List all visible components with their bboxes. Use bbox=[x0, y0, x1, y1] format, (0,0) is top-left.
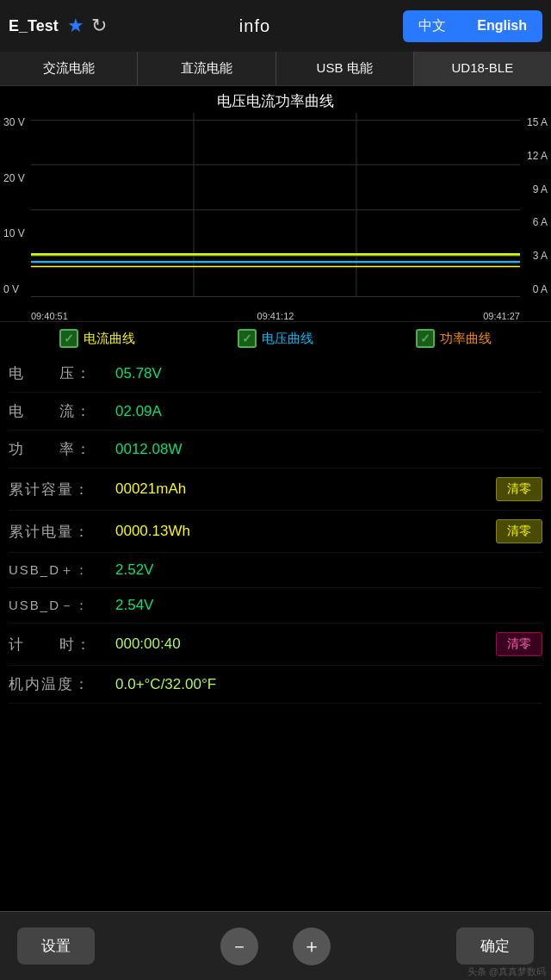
y-right-label-0: 0 A bbox=[523, 283, 548, 295]
power-row: 功 率： 0012.08W bbox=[9, 431, 542, 468]
voltage-row: 电 压： 05.78V bbox=[9, 355, 542, 393]
temperature-value: 0.0+°C/32.00°F bbox=[115, 676, 216, 693]
energy-value: 0000.13Wh bbox=[115, 523, 190, 540]
capacity-row: 累计容量： 00021mAh 清零 bbox=[9, 468, 542, 511]
capacity-value: 00021mAh bbox=[115, 481, 186, 498]
chart-title: 电压电流功率曲线 bbox=[0, 86, 551, 113]
tab-usb-power[interactable]: USB 电能 bbox=[276, 52, 414, 85]
timer-row: 计 时： 000:00:40 清零 bbox=[9, 623, 542, 666]
settings-button[interactable]: 设置 bbox=[17, 927, 95, 964]
current-row: 电 流： 02.09A bbox=[9, 393, 542, 431]
legend-voltage[interactable]: ✓ 电压曲线 bbox=[238, 329, 313, 348]
y-axis-right: 15 A 12 A 9 A 6 A 3 A 0 A bbox=[520, 113, 551, 311]
timer-label: 计 时： bbox=[9, 635, 112, 654]
bluetooth-icon: ★ bbox=[67, 15, 84, 37]
y-axis-left: 30 V 20 V 10 V 0 V bbox=[0, 113, 31, 311]
power-label: 功 率： bbox=[9, 439, 112, 459]
chart-svg bbox=[31, 113, 520, 311]
legend-power[interactable]: ✓ 功率曲线 bbox=[416, 329, 492, 348]
energy-row: 累计电量： 0000.13Wh 清零 bbox=[9, 511, 542, 553]
current-label: 电 流： bbox=[9, 401, 112, 421]
tab-bar: 交流电能 直流电能 USB 电能 UD18-BLE bbox=[0, 52, 551, 86]
y-right-label-9: 9 A bbox=[523, 183, 548, 195]
chart-area bbox=[31, 113, 520, 311]
header-icons: ★ ↻ bbox=[67, 15, 107, 37]
y-left-label-0: 0 V bbox=[3, 283, 28, 295]
watermark: 头条 @真真梦数码 bbox=[462, 964, 551, 980]
chart-container: 30 V 20 V 10 V 0 V 15 A 12 A bbox=[0, 113, 551, 311]
info-button[interactable]: info bbox=[107, 16, 404, 36]
voltage-label: 电 压： bbox=[9, 363, 112, 383]
legend-current[interactable]: ✓ 电流曲线 bbox=[59, 329, 135, 348]
usbd-plus-label: USB_D＋： bbox=[9, 562, 112, 579]
y-right-label-6: 6 A bbox=[523, 216, 548, 228]
plus-button[interactable]: ＋ bbox=[293, 927, 331, 965]
tab-dc-power[interactable]: 直流电能 bbox=[138, 52, 276, 85]
language-switcher: 中文 English bbox=[403, 10, 542, 42]
y-left-label-10: 10 V bbox=[3, 227, 28, 239]
timer-value: 000:00:40 bbox=[115, 636, 181, 653]
usbd-minus-label: USB_D－： bbox=[9, 598, 112, 614]
current-value: 02.09A bbox=[115, 403, 162, 420]
energy-label: 累计电量： bbox=[9, 522, 112, 542]
app-title: E_Test bbox=[9, 17, 59, 35]
legend-power-label: 功率曲线 bbox=[440, 331, 492, 347]
legend-voltage-check[interactable]: ✓ bbox=[238, 329, 257, 348]
voltage-value: 05.78V bbox=[115, 365, 162, 382]
capacity-clear-button[interactable]: 清零 bbox=[496, 477, 542, 501]
usbd-minus-value: 2.54V bbox=[115, 597, 153, 614]
x-label-3: 09:41:27 bbox=[483, 311, 520, 321]
legend-power-check[interactable]: ✓ bbox=[416, 329, 435, 348]
lang-en-button[interactable]: English bbox=[461, 10, 542, 42]
legend-current-check[interactable]: ✓ bbox=[59, 329, 78, 348]
x-label-2: 09:41:12 bbox=[257, 311, 294, 321]
y-left-label-20: 20 V bbox=[3, 172, 28, 184]
lang-zh-button[interactable]: 中文 bbox=[403, 10, 461, 42]
y-left-label-30: 30 V bbox=[3, 116, 28, 128]
capacity-label: 累计容量： bbox=[9, 480, 112, 499]
y-right-label-15: 15 A bbox=[523, 116, 548, 128]
chart-legend: ✓ 电流曲线 ✓ 电压曲线 ✓ 功率曲线 bbox=[0, 321, 551, 355]
temperature-label: 机内温度： bbox=[9, 674, 112, 694]
legend-current-label: 电流曲线 bbox=[84, 331, 135, 347]
power-value: 0012.08W bbox=[115, 441, 183, 458]
minus-button[interactable]: － bbox=[220, 927, 258, 965]
svg-rect-0 bbox=[31, 113, 520, 311]
app-header: E_Test ★ ↻ info 中文 English bbox=[0, 0, 551, 52]
x-axis-labels: 09:40:51 09:41:12 09:41:27 bbox=[31, 311, 520, 321]
legend-voltage-label: 电压曲线 bbox=[262, 331, 313, 347]
usbd-plus-row: USB_D＋： 2.52V bbox=[9, 553, 542, 588]
y-right-label-12: 12 A bbox=[523, 150, 548, 162]
usbd-plus-value: 2.52V bbox=[115, 561, 153, 579]
usbd-minus-row: USB_D－： 2.54V bbox=[9, 588, 542, 623]
confirm-button[interactable]: 确定 bbox=[456, 927, 534, 964]
temperature-row: 机内温度： 0.0+°C/32.00°F bbox=[9, 666, 542, 704]
tab-ud18ble[interactable]: UD18-BLE bbox=[414, 52, 551, 85]
x-label-1: 09:40:51 bbox=[31, 311, 68, 321]
data-section: 电 压： 05.78V 电 流： 02.09A 功 率： 0012.08W 累计… bbox=[0, 355, 551, 704]
tab-ac-power[interactable]: 交流电能 bbox=[0, 52, 138, 85]
energy-clear-button[interactable]: 清零 bbox=[496, 519, 542, 543]
footer-mid-controls: － ＋ bbox=[220, 927, 331, 965]
refresh-icon[interactable]: ↻ bbox=[91, 15, 107, 37]
timer-clear-button[interactable]: 清零 bbox=[496, 632, 542, 656]
y-right-label-3: 3 A bbox=[523, 250, 548, 262]
